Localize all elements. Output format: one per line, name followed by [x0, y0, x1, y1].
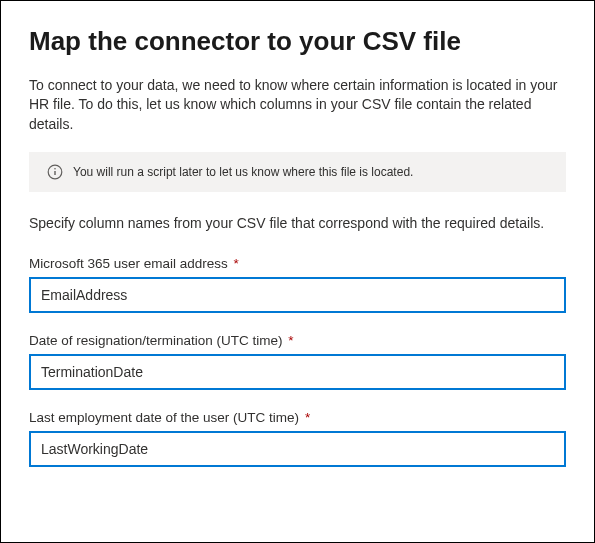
field-last-working: Last employment date of the user (UTC ti…	[29, 410, 566, 467]
svg-point-2	[54, 168, 56, 170]
info-banner-text: You will run a script later to let us kn…	[73, 165, 413, 179]
email-input[interactable]	[29, 277, 566, 313]
last-working-label-text: Last employment date of the user (UTC ti…	[29, 410, 299, 425]
termination-label: Date of resignation/termination (UTC tim…	[29, 333, 566, 348]
required-mark: *	[234, 256, 239, 271]
intro-text: To connect to your data, we need to know…	[29, 76, 566, 135]
required-mark: *	[305, 410, 310, 425]
email-label: Microsoft 365 user email address *	[29, 256, 566, 271]
email-label-text: Microsoft 365 user email address	[29, 256, 228, 271]
field-termination: Date of resignation/termination (UTC tim…	[29, 333, 566, 390]
field-email: Microsoft 365 user email address *	[29, 256, 566, 313]
required-mark: *	[288, 333, 293, 348]
info-icon	[47, 164, 63, 180]
specify-text: Specify column names from your CSV file …	[29, 214, 566, 234]
termination-label-text: Date of resignation/termination (UTC tim…	[29, 333, 283, 348]
info-banner: You will run a script later to let us kn…	[29, 152, 566, 192]
last-working-label: Last employment date of the user (UTC ti…	[29, 410, 566, 425]
page-title: Map the connector to your CSV file	[29, 25, 566, 58]
last-working-input[interactable]	[29, 431, 566, 467]
termination-input[interactable]	[29, 354, 566, 390]
